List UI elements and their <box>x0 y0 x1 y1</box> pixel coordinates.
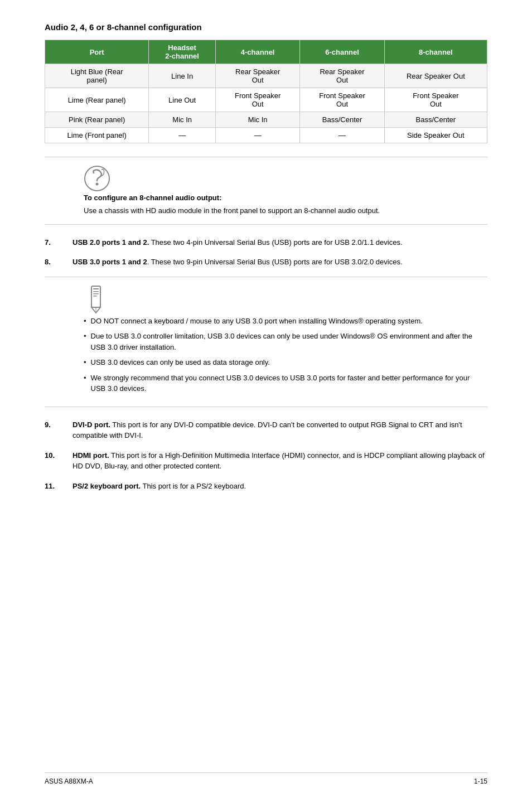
item-content: USB 2.0 ports 1 and 2. These two 4-pin U… <box>72 237 487 248</box>
col-headset: Headset2-channel <box>149 40 216 64</box>
item-number: 8. <box>45 257 72 268</box>
ch8-cell: Rear Speaker Out <box>384 64 487 88</box>
item-number: 9. <box>45 419 72 441</box>
ch6-cell: Rear SpeakerOut <box>300 64 384 88</box>
item-number: 11. <box>45 481 72 492</box>
item-content: USB 3.0 ports 1 and 2. These two 9-pin U… <box>72 257 487 268</box>
warning-item: We strongly recommend that you connect U… <box>84 373 478 394</box>
ch4-cell: Front SpeakerOut <box>215 88 299 112</box>
port-cell: Light Blue (Rearpanel) <box>45 64 149 88</box>
note-title: To configure an 8-channel audio output: <box>84 194 478 202</box>
table-row: Pink (Rear panel) Mic In Mic In Bass/Cen… <box>45 112 487 128</box>
port-cell: Pink (Rear panel) <box>45 112 149 128</box>
col-4ch: 4-channel <box>215 40 299 64</box>
ch4-cell: Mic In <box>215 112 299 128</box>
item-bold: DVI-D port. <box>72 421 110 429</box>
numbered-item-7: 7. USB 2.0 ports 1 and 2. These two 4-pi… <box>45 237 487 248</box>
warning-item: Due to USB 3.0 controller limitation, US… <box>84 331 478 352</box>
warning-box: DO NOT connect a keyboard / mouse to any… <box>45 277 487 407</box>
warning-item: USB 3.0 devices can only be used as data… <box>84 357 478 368</box>
warning-list: DO NOT connect a keyboard / mouse to any… <box>84 316 478 394</box>
svg-rect-6 <box>93 296 97 297</box>
ch6-cell: Bass/Center <box>300 112 384 128</box>
warning-item: DO NOT connect a keyboard / mouse to any… <box>84 316 478 327</box>
table-row: Light Blue (Rearpanel) Line In Rear Spea… <box>45 64 487 88</box>
section-title: Audio 2, 4, 6 or 8-channel configuration <box>45 22 487 32</box>
item-content: PS/2 keyboard port. This port is for a P… <box>72 481 487 492</box>
headset-cell: Mic In <box>149 112 216 128</box>
item-content: DVI-D port. This port is for any DVI-D c… <box>72 419 487 441</box>
col-6ch: 6-channel <box>300 40 384 64</box>
port-cell: Lime (Rear panel) <box>45 88 149 112</box>
footer-right: 1-15 <box>474 777 487 785</box>
col-8ch: 8-channel <box>384 40 487 64</box>
ch8-cell: Front SpeakerOut <box>384 88 487 112</box>
svg-rect-3 <box>93 288 99 289</box>
ch6-cell: — <box>300 128 384 143</box>
item-bold: USB 3.0 ports 1 and 2 <box>72 258 147 266</box>
item-content: HDMI port. This port is for a High-Defin… <box>72 450 487 472</box>
svg-rect-4 <box>93 291 99 292</box>
audio-config-table: Port Headset2-channel 4-channel 6-channe… <box>45 40 487 143</box>
pencil-icon <box>84 285 108 314</box>
item-number: 10. <box>45 450 72 472</box>
item-bold: PS/2 keyboard port. <box>72 482 141 490</box>
page-footer: ASUS A88XM-A 1-15 <box>45 772 487 785</box>
footer-left: ASUS A88XM-A <box>45 777 93 785</box>
ch8-cell: Side Speaker Out <box>384 128 487 143</box>
svg-rect-5 <box>93 293 99 294</box>
table-row: Lime (Rear panel) Line Out Front Speaker… <box>45 88 487 112</box>
note-icon <box>84 165 110 192</box>
ch8-cell: Bass/Center <box>384 112 487 128</box>
numbered-item-11: 11. PS/2 keyboard port. This port is for… <box>45 481 487 492</box>
port-cell: Lime (Front panel) <box>45 128 149 143</box>
ch4-cell: — <box>215 128 299 143</box>
numbered-item-9: 9. DVI-D port. This port is for any DVI-… <box>45 419 487 441</box>
ch6-cell: Front SpeakerOut <box>300 88 384 112</box>
headset-cell: — <box>149 128 216 143</box>
note-box: To configure an 8-channel audio output: … <box>45 157 487 225</box>
numbered-item-8: 8. USB 3.0 ports 1 and 2. These two 9-pi… <box>45 257 487 268</box>
table-row: Lime (Front panel) — — — Side Speaker Ou… <box>45 128 487 143</box>
note-text: Use a chassis with HD audio module in th… <box>84 205 478 216</box>
item-bold: USB 2.0 ports 1 and 2. <box>72 238 149 247</box>
numbered-item-10: 10. HDMI port. This port is for a High-D… <box>45 450 487 472</box>
svg-point-1 <box>96 183 99 186</box>
col-port: Port <box>45 40 149 64</box>
ch4-cell: Rear SpeakerOut <box>215 64 299 88</box>
headset-cell: Line In <box>149 64 216 88</box>
item-number: 7. <box>45 237 72 248</box>
headset-cell: Line Out <box>149 88 216 112</box>
item-bold: HDMI port. <box>72 451 109 460</box>
